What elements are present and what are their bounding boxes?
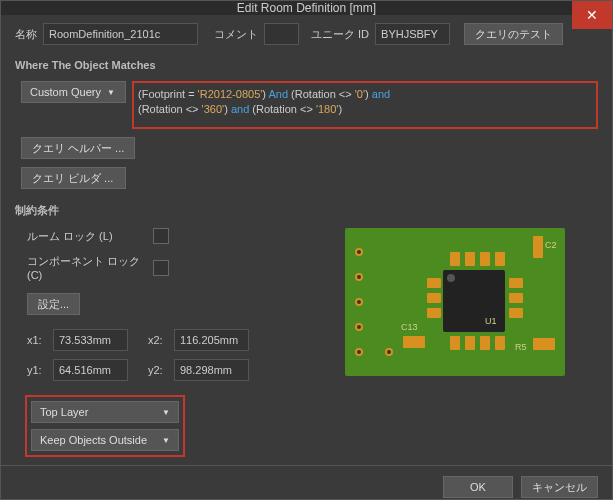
pcb-pad bbox=[465, 336, 475, 350]
pcb-pad bbox=[509, 278, 523, 288]
x1-label: x1: bbox=[27, 334, 47, 346]
y1-input[interactable] bbox=[53, 359, 128, 381]
room-lock-label: ルーム ロック (L) bbox=[27, 229, 147, 244]
pcb-pad bbox=[465, 252, 475, 266]
pcb-via bbox=[385, 348, 393, 356]
chevron-down-icon: ▼ bbox=[107, 88, 115, 97]
name-input[interactable] bbox=[43, 23, 198, 45]
x2-input[interactable] bbox=[174, 329, 249, 351]
uniqueid-input[interactable] bbox=[375, 23, 450, 45]
helper-row: クエリ ヘルパー ... bbox=[15, 137, 598, 159]
name-label: 名称 bbox=[15, 27, 37, 42]
pcb-pad bbox=[509, 293, 523, 303]
uniqueid-label: ユニーク ID bbox=[311, 27, 369, 42]
footer: OK キャンセル bbox=[1, 465, 612, 500]
query-mode-dropdown[interactable]: Custom Query ▼ bbox=[21, 81, 126, 103]
y1-label: y1: bbox=[27, 364, 47, 376]
pcb-pad bbox=[427, 308, 441, 318]
pcb-pad bbox=[450, 252, 460, 266]
keep-dropdown-label: Keep Objects Outside bbox=[40, 434, 147, 446]
query-mode-label: Custom Query bbox=[30, 86, 101, 98]
pcb-via bbox=[355, 273, 363, 281]
y2-input[interactable] bbox=[174, 359, 249, 381]
room-lock-checkbox[interactable] bbox=[153, 228, 169, 244]
ok-button[interactable]: OK bbox=[443, 476, 513, 498]
pcb-pad bbox=[427, 293, 441, 303]
comment-label: コメント bbox=[214, 27, 258, 42]
query-textbox[interactable]: (Footprint = 'R2012-0805') And (Rotation… bbox=[132, 81, 598, 129]
pcb-silk-r5: R5 bbox=[515, 342, 527, 352]
pcb-via bbox=[355, 348, 363, 356]
match-section-label: Where The Object Matches bbox=[15, 53, 598, 81]
pcb-silk-c2: C2 bbox=[545, 240, 557, 250]
layer-keep-highlightbox: Top Layer ▼ Keep Objects Outside ▼ bbox=[25, 395, 185, 457]
close-icon: ✕ bbox=[586, 7, 598, 23]
settings-row: 設定... bbox=[27, 293, 315, 315]
cancel-button[interactable]: キャンセル bbox=[521, 476, 598, 498]
pcb-pad bbox=[495, 336, 505, 350]
constraints-body: ルーム ロック (L) コンポーネント ロック (C) 設定... x1: x2… bbox=[15, 228, 598, 457]
dialog-title: Edit Room Definition [mm] bbox=[237, 1, 376, 15]
pcb-pin1-dot bbox=[447, 274, 455, 282]
chevron-down-icon: ▼ bbox=[162, 408, 170, 417]
comp-lock-row: コンポーネント ロック (C) bbox=[27, 254, 315, 281]
content: 名称 コメント ユニーク ID クエリのテスト Where The Object… bbox=[1, 15, 612, 465]
constraints-left: ルーム ロック (L) コンポーネント ロック (C) 設定... x1: x2… bbox=[15, 228, 315, 457]
pcb-preview: C2 U1 R5 C13 bbox=[345, 228, 565, 376]
pcb-pad bbox=[450, 336, 460, 350]
pcb-cap2 bbox=[403, 336, 425, 348]
comment-input[interactable] bbox=[264, 23, 299, 45]
pcb-res bbox=[533, 338, 555, 350]
pcb-silk-c13: C13 bbox=[401, 322, 418, 332]
room-lock-row: ルーム ロック (L) bbox=[27, 228, 315, 244]
comp-lock-label: コンポーネント ロック (C) bbox=[27, 254, 147, 281]
pcb-via bbox=[355, 298, 363, 306]
pcb-silk-u1: U1 bbox=[485, 316, 497, 326]
query-builder-button[interactable]: クエリ ビルダ ... bbox=[21, 167, 126, 189]
pcb-pad bbox=[509, 308, 523, 318]
chevron-down-icon: ▼ bbox=[162, 436, 170, 445]
builder-row: クエリ ビルダ ... bbox=[15, 167, 598, 189]
y-coord-row: y1: y2: bbox=[27, 359, 315, 381]
pcb-via bbox=[355, 248, 363, 256]
close-button[interactable]: ✕ bbox=[572, 1, 612, 29]
pcb-pad bbox=[427, 278, 441, 288]
keep-dropdown[interactable]: Keep Objects Outside ▼ bbox=[31, 429, 179, 451]
layer-dropdown-label: Top Layer bbox=[40, 406, 88, 418]
dialog: Edit Room Definition [mm] ✕ 名称 コメント ユニーク… bbox=[0, 0, 613, 500]
y2-label: y2: bbox=[148, 364, 168, 376]
settings-button[interactable]: 設定... bbox=[27, 293, 80, 315]
x-coord-row: x1: x2: bbox=[27, 329, 315, 351]
header-row: 名称 コメント ユニーク ID クエリのテスト bbox=[15, 23, 598, 45]
pcb-pad bbox=[480, 336, 490, 350]
pcb-pad bbox=[480, 252, 490, 266]
comp-lock-checkbox[interactable] bbox=[153, 260, 169, 276]
pcb-via bbox=[355, 323, 363, 331]
titlebar: Edit Room Definition [mm] ✕ bbox=[1, 1, 612, 15]
pcb-pad bbox=[495, 252, 505, 266]
query-helper-button[interactable]: クエリ ヘルパー ... bbox=[21, 137, 135, 159]
x1-input[interactable] bbox=[53, 329, 128, 351]
layer-dropdown[interactable]: Top Layer ▼ bbox=[31, 401, 179, 423]
x2-label: x2: bbox=[148, 334, 168, 346]
test-query-button[interactable]: クエリのテスト bbox=[464, 23, 563, 45]
query-row: Custom Query ▼ (Footprint = 'R2012-0805'… bbox=[15, 81, 598, 129]
pcb-preview-wrap: C2 U1 R5 C13 bbox=[315, 228, 565, 457]
pcb-cap bbox=[533, 236, 543, 258]
constraints-section-label: 制約条件 bbox=[15, 197, 598, 228]
